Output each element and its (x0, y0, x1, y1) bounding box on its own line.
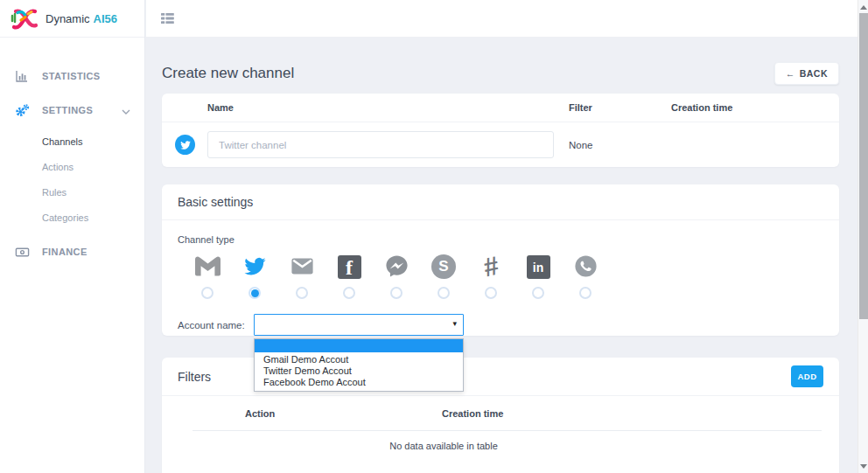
scroll-up-arrow-icon[interactable] (860, 5, 867, 10)
channel-table-header: Name Filter Creation time (162, 94, 839, 122)
twitter-avatar-icon (175, 135, 195, 155)
sidebar-menu: STATISTICS SETTINGS Channels Actions Rul… (0, 64, 144, 264)
column-header-action: Action (162, 408, 442, 419)
channel-type-facebook[interactable]: f (326, 252, 373, 299)
basic-settings-card: Basic settings Channel type (162, 184, 839, 336)
channel-type-email[interactable] (278, 252, 326, 299)
slack-icon: # (484, 252, 499, 279)
channel-name-input[interactable] (207, 131, 554, 158)
main-content: Create new channel ← BACK Name Filter Cr… (146, 38, 858, 473)
channel-type-twitter[interactable] (231, 252, 278, 299)
chevron-down-icon (122, 102, 130, 118)
channel-type-slack[interactable]: # (467, 252, 514, 299)
account-name-dropdown: Gmail Demo Accout Twitter Demo Accout Fa… (254, 338, 464, 392)
messenger-icon (384, 252, 410, 279)
channel-type-gmail[interactable] (184, 252, 231, 299)
brand-name: Dynamic (46, 12, 90, 25)
page-title: Create new channel (162, 65, 294, 82)
skype-icon: S (431, 252, 456, 279)
channel-type-options: f S # (184, 252, 839, 299)
filter-value: None (569, 140, 671, 150)
channel-type-messenger-radio[interactable] (390, 287, 402, 299)
sidebar-item-statistics[interactable]: STATISTICS (0, 64, 144, 88)
account-name-select[interactable]: ▾ (254, 314, 464, 336)
column-header-name: Name (162, 102, 569, 113)
back-button-label: BACK (800, 68, 828, 79)
back-button[interactable]: ← BACK (774, 62, 839, 85)
facebook-icon: f (338, 252, 361, 279)
scrollbar-thumb[interactable] (859, 13, 868, 319)
dropdown-option-empty[interactable] (255, 339, 463, 352)
page-header: Create new channel ← BACK (162, 60, 839, 87)
channel-row: None (162, 122, 839, 167)
channel-type-skype-radio[interactable] (438, 287, 450, 299)
channel-type-gmail-radio[interactable] (201, 287, 214, 299)
sidebar-item-categories[interactable]: Categories (0, 205, 144, 230)
sidebar-item-settings[interactable]: SETTINGS (0, 98, 144, 122)
column-header-creation-time: Creation time (671, 102, 839, 113)
gmail-icon (195, 252, 220, 279)
sidebar-item-channels[interactable]: Channels (0, 129, 144, 154)
column-header-creation-time: Creation time (442, 408, 503, 419)
dropdown-option[interactable]: Twitter Demo Accout (255, 365, 463, 377)
filters-table-header: Action Creation time (162, 396, 839, 419)
channel-type-slack-radio[interactable] (485, 287, 497, 299)
scrollbar[interactable] (858, 0, 868, 473)
scroll-down-arrow-icon[interactable] (860, 464, 867, 469)
channel-type-linkedin[interactable]: in (514, 252, 562, 299)
gears-icon (14, 102, 30, 118)
brand[interactable]: Dynamic AI56 (0, 0, 144, 38)
sidebar-item-actions[interactable]: Actions (0, 154, 144, 179)
channel-type-email-radio[interactable] (296, 287, 308, 299)
money-icon (14, 244, 30, 260)
channel-type-whatsapp[interactable] (562, 252, 609, 299)
account-name-row: Account name: ▾ Gmail Demo Accout Twitte… (178, 314, 823, 336)
brand-name-accent: AI56 (94, 12, 117, 25)
menu-toggle-icon[interactable] (161, 12, 174, 28)
sidebar-item-label: STATISTICS (42, 71, 101, 81)
sidebar-item-rules[interactable]: Rules (0, 179, 144, 205)
filters-title: Filters (178, 370, 211, 384)
channel-card: Name Filter Creation time None (162, 94, 839, 167)
twitter-icon (242, 252, 268, 279)
channel-type-facebook-radio[interactable] (343, 287, 355, 299)
column-header-filter: Filter (569, 102, 671, 113)
channel-type-label: Channel type (178, 234, 823, 245)
empty-table-message: No data available in table (162, 431, 839, 451)
bar-chart-icon (14, 68, 30, 84)
add-button[interactable]: ADD (791, 365, 823, 387)
brand-logo-icon (9, 5, 40, 31)
channel-type-whatsapp-radio[interactable] (579, 287, 592, 299)
back-arrow-icon: ← (786, 68, 795, 79)
sidebar-item-label: FINANCE (42, 247, 88, 257)
settings-submenu: Channels Actions Rules Categories (0, 129, 144, 230)
channel-type-skype[interactable]: S (420, 252, 467, 299)
channel-type-messenger[interactable] (373, 252, 420, 299)
linkedin-icon: in (527, 252, 550, 279)
whatsapp-icon (573, 252, 598, 279)
select-arrow-icon: ▾ (452, 319, 457, 328)
channel-type-linkedin-radio[interactable] (532, 287, 544, 299)
dropdown-option[interactable]: Facebook Demo Accout (255, 377, 463, 388)
sidebar-item-finance[interactable]: FINANCE (0, 240, 144, 264)
sidebar-item-label: SETTINGS (42, 105, 93, 115)
envelope-icon (290, 252, 315, 279)
dropdown-option[interactable]: Gmail Demo Accout (255, 354, 463, 365)
topbar (146, 0, 858, 38)
channel-type-twitter-radio[interactable] (248, 287, 261, 299)
account-name-label: Account name: (178, 320, 254, 330)
sidebar: Dynamic AI56 STATISTICS SETTINGS (0, 0, 145, 473)
basic-settings-title: Basic settings (162, 184, 839, 220)
